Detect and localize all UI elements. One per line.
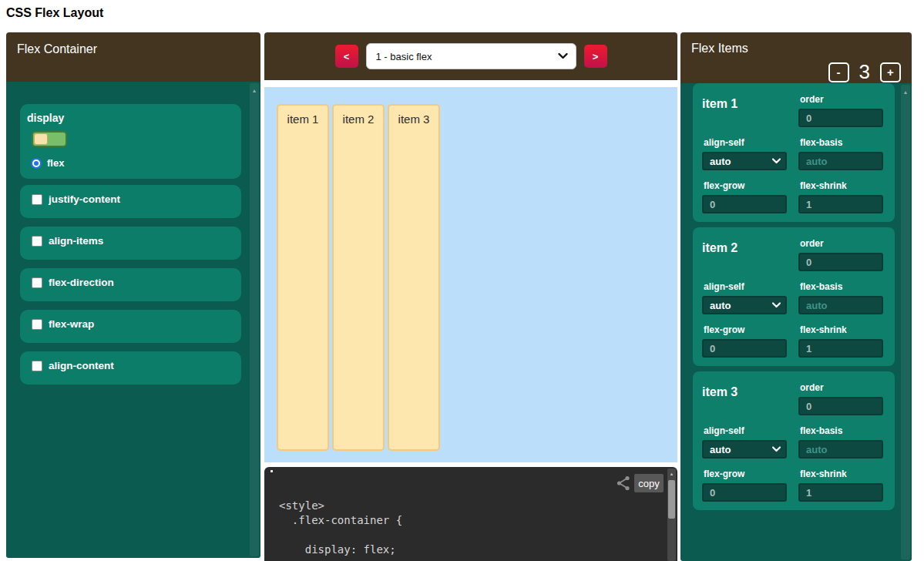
item-1-title: item 1 [702,97,787,127]
flex-grow-label: flex-grow [704,469,787,479]
copy-code-button[interactable]: copy [634,474,664,492]
right-panel-scrollbar[interactable]: ▲ [901,85,910,559]
item-3-title: item 3 [702,385,787,415]
item-2-title: item 2 [702,241,787,271]
item-1-align-self-wrap: auto [702,152,787,170]
flex-wrap-label[interactable]: flex-wrap [49,318,94,330]
flex-container-body: ▲ display flex justify-content align-ite… [6,82,260,558]
align-items-checkbox[interactable] [32,236,42,247]
item-1-align-self-select[interactable]: auto [702,152,787,170]
item-2-align-self-wrap: auto [702,296,787,314]
align-items-card: align-items [20,227,241,260]
flex-basis-label: flex-basis [800,425,883,436]
flex-container-header: Flex Container [6,32,260,82]
flex-shrink-label: flex-shrink [800,324,883,335]
justify-content-card: justify-content [20,185,241,218]
flex-direction-label[interactable]: flex-direction [49,277,114,288]
item-3-order-input[interactable] [798,397,883,415]
item-2-card: item 2 order align-self auto flex-basis [693,227,895,366]
item-1-order-input[interactable] [798,109,883,127]
flex-grow-label: flex-grow [704,180,787,191]
align-content-checkbox[interactable] [32,361,42,371]
scroll-up-icon[interactable]: ▲ [901,85,910,95]
code-scrollbar[interactable]: ▲ [667,469,676,561]
code-cursor-dot [270,470,273,472]
display-control-card: display flex [20,104,241,179]
item-3-flex-shrink-input[interactable] [798,483,883,502]
share-icon[interactable] [617,475,630,494]
page-title: CSS Flex Layout [6,6,103,20]
flex-shrink-label: flex-shrink [800,180,883,191]
display-toggle[interactable] [32,131,67,147]
justify-content-checkbox[interactable] [32,194,42,205]
justify-content-label[interactable]: justify-content [49,193,120,205]
flex-direction-checkbox[interactable] [32,277,42,288]
decrease-items-button[interactable]: - [828,62,849,82]
preview-panel: < 1 - basic flex > item 1 item 2 item 3 … [264,32,677,561]
align-self-label: align-self [704,281,787,292]
left-panel-scrollbar[interactable]: ▲ [250,83,259,556]
css-code-text: <style> .flex-container { display: flex; [264,467,677,557]
item-3-align-self-wrap: auto [702,440,787,459]
code-scrollbar-thumb[interactable] [668,480,675,519]
code-output-area: copy <style> .flex-container { display: … [264,467,677,561]
item-2-flex-shrink-input[interactable] [798,339,883,358]
example-nav-header: < 1 - basic flex > [264,32,677,80]
flex-preview-item-2: item 2 [332,104,385,451]
item-count-control: - 3 + [828,60,901,84]
display-flex-radio-row: flex [31,157,232,169]
flex-basis-label: flex-basis [800,137,883,148]
flex-items-header: Flex Items - 3 + [680,32,912,83]
flex-shrink-label: flex-shrink [800,469,883,479]
flex-grow-label: flex-grow [704,324,787,335]
item-1-flex-basis-input[interactable] [798,152,883,170]
flex-container-title: Flex Container [17,42,97,55]
flex-wrap-checkbox[interactable] [32,319,42,330]
item-2-flex-basis-input[interactable] [798,296,883,314]
increase-items-button[interactable]: + [880,62,901,82]
flex-items-panel: Flex Items - 3 + ▲ item 1 order align-se… [680,32,912,561]
flex-radio-label[interactable]: flex [47,157,64,169]
flex-container-panel: Flex Container ▲ display flex justify-co… [6,32,260,559]
prev-example-button[interactable]: < [335,45,358,68]
item-3-flex-grow-input[interactable] [702,483,787,502]
align-items-label[interactable]: align-items [49,235,103,247]
flex-items-title: Flex Items [691,42,748,55]
flex-wrap-card: flex-wrap [20,310,241,343]
flex-basis-label: flex-basis [800,281,883,292]
example-select[interactable]: 1 - basic flex [366,43,576,69]
order-label: order [800,94,883,105]
item-1-flex-grow-input[interactable] [702,195,787,213]
item-1-flex-shrink-input[interactable] [798,195,883,213]
flex-direction-card: flex-direction [20,268,241,301]
align-self-label: align-self [704,137,787,148]
item-count-value: 3 [859,60,870,84]
item-3-card: item 3 order align-self auto flex-basis [693,371,895,510]
scroll-up-icon[interactable]: ▲ [250,83,259,93]
align-self-label: align-self [704,425,787,436]
order-label: order [800,382,883,393]
order-label: order [800,238,883,249]
display-toggle-knob[interactable] [34,133,48,145]
item-3-align-self-select[interactable]: auto [702,440,787,459]
align-content-label[interactable]: align-content [49,360,114,371]
flex-items-body: ▲ item 1 order align-self auto [680,83,912,561]
item-2-order-input[interactable] [798,253,883,271]
code-scroll-up-icon[interactable]: ▲ [667,469,676,476]
item-2-flex-grow-input[interactable] [702,339,787,358]
flex-radio[interactable] [31,158,42,169]
item-2-align-self-select[interactable]: auto [702,296,787,314]
align-content-card: align-content [20,351,241,385]
next-example-button[interactable]: > [584,45,607,68]
display-label: display [27,112,232,124]
flex-preview-item-3: item 3 [388,104,440,451]
flex-preview-item-1: item 1 [277,104,329,451]
item-3-flex-basis-input[interactable] [798,440,883,459]
flex-preview-container: item 1 item 2 item 3 [264,87,677,462]
example-select-wrap: 1 - basic flex [366,43,576,69]
item-1-card: item 1 order align-self auto flex-basis [693,83,895,222]
